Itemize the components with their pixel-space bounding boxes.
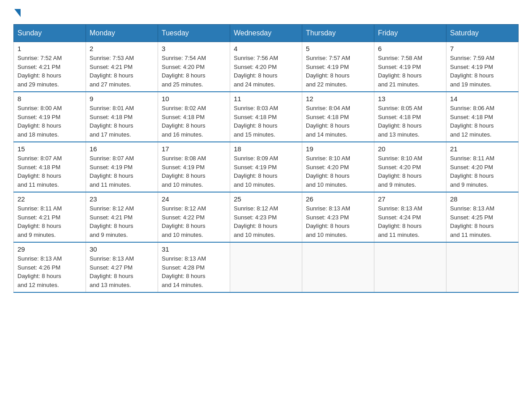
header-monday: Monday: [86, 25, 158, 42]
day-info: Sunrise: 7:53 AMSunset: 4:21 PMDaylight:…: [90, 54, 154, 89]
day-info: Sunrise: 8:09 AMSunset: 4:19 PMDaylight:…: [234, 154, 298, 189]
day-number: 2: [90, 45, 154, 52]
day-cell: 23Sunrise: 8:12 AMSunset: 4:21 PMDayligh…: [86, 192, 158, 242]
day-number: 23: [90, 195, 154, 203]
day-info: Sunrise: 8:10 AMSunset: 4:20 PMDaylight:…: [378, 154, 442, 189]
day-number: 18: [234, 145, 298, 153]
day-cell: [374, 242, 446, 292]
day-number: 29: [17, 245, 82, 253]
day-cell: 14Sunrise: 8:06 AMSunset: 4:18 PMDayligh…: [446, 92, 519, 142]
day-number: 27: [378, 195, 442, 203]
day-number: 10: [162, 95, 226, 103]
day-info: Sunrise: 8:10 AMSunset: 4:20 PMDaylight:…: [306, 154, 370, 189]
day-cell: 22Sunrise: 8:11 AMSunset: 4:21 PMDayligh…: [14, 192, 86, 242]
day-info: Sunrise: 8:12 AMSunset: 4:21 PMDaylight:…: [90, 204, 154, 239]
day-cell: 25Sunrise: 8:12 AMSunset: 4:23 PMDayligh…: [230, 192, 302, 242]
day-cell: 27Sunrise: 8:13 AMSunset: 4:24 PMDayligh…: [374, 192, 446, 242]
day-cell: 24Sunrise: 8:12 AMSunset: 4:22 PMDayligh…: [158, 192, 230, 242]
header-thursday: Thursday: [302, 25, 374, 42]
day-number: 24: [162, 195, 226, 203]
day-info: Sunrise: 8:06 AMSunset: 4:18 PMDaylight:…: [450, 104, 515, 139]
day-info: Sunrise: 7:59 AMSunset: 4:19 PMDaylight:…: [450, 54, 515, 89]
day-info: Sunrise: 8:08 AMSunset: 4:19 PMDaylight:…: [162, 154, 226, 189]
day-cell: 11Sunrise: 8:03 AMSunset: 4:18 PMDayligh…: [230, 92, 302, 142]
day-cell: 20Sunrise: 8:10 AMSunset: 4:20 PMDayligh…: [374, 142, 446, 192]
day-cell: 1Sunrise: 7:52 AMSunset: 4:21 PMDaylight…: [14, 42, 86, 92]
day-cell: 9Sunrise: 8:01 AMSunset: 4:18 PMDaylight…: [86, 92, 158, 142]
day-cell: 30Sunrise: 8:13 AMSunset: 4:27 PMDayligh…: [86, 242, 158, 292]
day-cell: 13Sunrise: 8:05 AMSunset: 4:18 PMDayligh…: [374, 92, 446, 142]
day-number: 16: [90, 145, 154, 153]
day-cell: 26Sunrise: 8:13 AMSunset: 4:23 PMDayligh…: [302, 192, 374, 242]
day-cell: [446, 242, 519, 292]
day-number: 30: [90, 245, 154, 253]
day-info: Sunrise: 7:52 AMSunset: 4:21 PMDaylight:…: [17, 54, 82, 89]
day-info: Sunrise: 8:00 AMSunset: 4:19 PMDaylight:…: [17, 104, 82, 139]
day-number: 17: [162, 145, 226, 153]
day-cell: 31Sunrise: 8:13 AMSunset: 4:28 PMDayligh…: [158, 242, 230, 292]
header-sunday: Sunday: [14, 25, 86, 42]
week-row-5: 29Sunrise: 8:13 AMSunset: 4:26 PMDayligh…: [14, 242, 519, 292]
day-cell: 19Sunrise: 8:10 AMSunset: 4:20 PMDayligh…: [302, 142, 374, 192]
day-info: Sunrise: 8:13 AMSunset: 4:25 PMDaylight:…: [450, 204, 515, 239]
day-cell: 17Sunrise: 8:08 AMSunset: 4:19 PMDayligh…: [158, 142, 230, 192]
day-cell: 12Sunrise: 8:04 AMSunset: 4:18 PMDayligh…: [302, 92, 374, 142]
day-info: Sunrise: 8:13 AMSunset: 4:24 PMDaylight:…: [378, 204, 442, 239]
day-info: Sunrise: 7:54 AMSunset: 4:20 PMDaylight:…: [162, 54, 226, 89]
logo: [13, 9, 21, 15]
day-cell: 15Sunrise: 8:07 AMSunset: 4:18 PMDayligh…: [14, 142, 86, 192]
day-number: 7: [450, 45, 515, 52]
week-row-4: 22Sunrise: 8:11 AMSunset: 4:21 PMDayligh…: [14, 192, 519, 242]
day-cell: 10Sunrise: 8:02 AMSunset: 4:18 PMDayligh…: [158, 92, 230, 142]
day-info: Sunrise: 8:12 AMSunset: 4:22 PMDaylight:…: [162, 204, 226, 239]
day-cell: 3Sunrise: 7:54 AMSunset: 4:20 PMDaylight…: [158, 42, 230, 92]
day-info: Sunrise: 8:11 AMSunset: 4:21 PMDaylight:…: [17, 204, 82, 239]
day-cell: 8Sunrise: 8:00 AMSunset: 4:19 PMDaylight…: [14, 92, 86, 142]
day-info: Sunrise: 8:07 AMSunset: 4:18 PMDaylight:…: [17, 154, 82, 189]
day-number: 8: [17, 95, 82, 103]
day-number: 28: [450, 195, 515, 203]
day-cell: 29Sunrise: 8:13 AMSunset: 4:26 PMDayligh…: [14, 242, 86, 292]
header-friday: Friday: [374, 25, 446, 42]
calendar-table: SundayMondayTuesdayWednesdayThursdayFrid…: [13, 24, 519, 293]
calendar-header-row: SundayMondayTuesdayWednesdayThursdayFrid…: [14, 25, 519, 42]
day-number: 26: [306, 195, 370, 203]
day-info: Sunrise: 8:13 AMSunset: 4:23 PMDaylight:…: [306, 204, 370, 239]
day-cell: [302, 242, 374, 292]
day-number: 31: [162, 245, 226, 253]
header-saturday: Saturday: [446, 25, 519, 42]
day-number: 12: [306, 95, 370, 103]
day-number: 3: [162, 45, 226, 52]
logo-triangle-icon: [14, 9, 21, 17]
day-cell: 4Sunrise: 7:56 AMSunset: 4:20 PMDaylight…: [230, 42, 302, 92]
day-cell: [230, 242, 302, 292]
week-row-3: 15Sunrise: 8:07 AMSunset: 4:18 PMDayligh…: [14, 142, 519, 192]
day-number: 22: [17, 195, 82, 203]
day-number: 25: [234, 195, 298, 203]
day-cell: 2Sunrise: 7:53 AMSunset: 4:21 PMDaylight…: [86, 42, 158, 92]
day-cell: 16Sunrise: 8:07 AMSunset: 4:19 PMDayligh…: [86, 142, 158, 192]
day-cell: 18Sunrise: 8:09 AMSunset: 4:19 PMDayligh…: [230, 142, 302, 192]
day-number: 9: [90, 95, 154, 103]
day-info: Sunrise: 8:03 AMSunset: 4:18 PMDaylight:…: [234, 104, 298, 139]
week-row-1: 1Sunrise: 7:52 AMSunset: 4:21 PMDaylight…: [14, 42, 519, 92]
day-cell: 28Sunrise: 8:13 AMSunset: 4:25 PMDayligh…: [446, 192, 519, 242]
day-info: Sunrise: 8:01 AMSunset: 4:18 PMDaylight:…: [90, 104, 154, 139]
day-number: 15: [17, 145, 82, 153]
week-row-2: 8Sunrise: 8:00 AMSunset: 4:19 PMDaylight…: [14, 92, 519, 142]
day-info: Sunrise: 8:13 AMSunset: 4:26 PMDaylight:…: [17, 254, 82, 289]
day-info: Sunrise: 7:57 AMSunset: 4:19 PMDaylight:…: [306, 54, 370, 89]
day-number: 13: [378, 95, 442, 103]
day-info: Sunrise: 8:11 AMSunset: 4:20 PMDaylight:…: [450, 154, 515, 189]
day-number: 1: [17, 45, 82, 52]
header-wednesday: Wednesday: [230, 25, 302, 42]
day-info: Sunrise: 7:58 AMSunset: 4:19 PMDaylight:…: [378, 54, 442, 89]
header-tuesday: Tuesday: [158, 25, 230, 42]
day-cell: 5Sunrise: 7:57 AMSunset: 4:19 PMDaylight…: [302, 42, 374, 92]
day-info: Sunrise: 8:04 AMSunset: 4:18 PMDaylight:…: [306, 104, 370, 139]
day-number: 5: [306, 45, 370, 52]
page-header: [13, 9, 519, 15]
day-info: Sunrise: 8:07 AMSunset: 4:19 PMDaylight:…: [90, 154, 154, 189]
day-info: Sunrise: 8:02 AMSunset: 4:18 PMDaylight:…: [162, 104, 226, 139]
day-number: 6: [378, 45, 442, 52]
